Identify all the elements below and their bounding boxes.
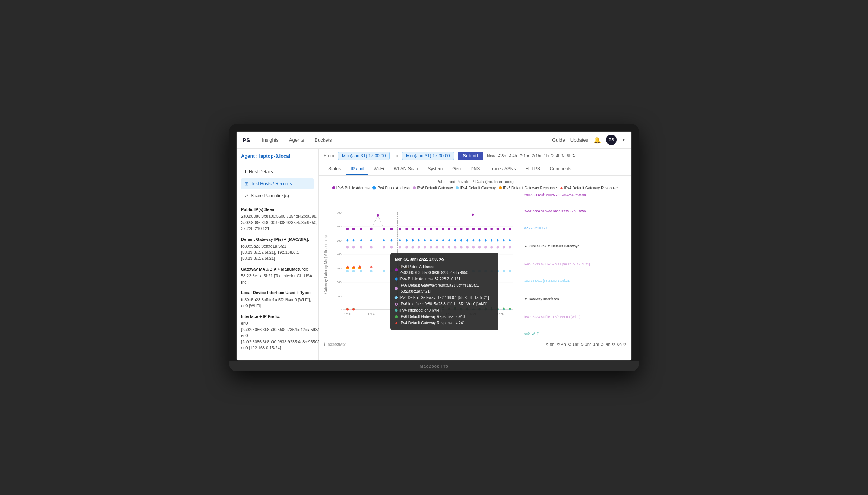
svg-point-91 [436,246,438,248]
interface-label: Interface + IP Prefix: [241,313,314,320]
svg-marker-61 [418,239,420,242]
svg-marker-56 [383,239,385,242]
svg-text:17:04: 17:04 [368,312,374,315]
svg-point-39 [442,228,444,230]
svg-point-42 [460,228,463,230]
interface-value: en0 [2a02:8086:3f:8a00:5500:7354:d42b:a5… [241,321,325,350]
svg-point-50 [509,228,511,230]
right-label-2: 37.228.210.121 [524,226,626,231]
right-label-4: fe80::5a23:8cff:fe1a:5f21 [58:23:8c:1a:5… [524,262,626,267]
svg-marker-66 [448,239,450,242]
from-date-picker[interactable]: Mon(Jan 31) 17:00:00 [338,152,390,160]
sidebar-item-host-details[interactable]: ℹ Host Details [241,166,314,177]
tab-system[interactable]: System [423,163,447,175]
tab-dns[interactable]: DNS [466,163,484,175]
bottom-1hr-back[interactable]: ⊙ 1hr [568,342,579,347]
legend-ipv4-response-triangle [560,187,563,189]
nav-item-insights[interactable]: Insights [257,136,283,144]
tab-geo[interactable]: Geo [448,163,465,175]
1hr-fwd-button[interactable]: 1hr ⊙ [544,153,554,158]
submit-button[interactable]: Submit [458,152,484,160]
svg-point-107 [370,270,373,272]
bottom-1hr[interactable]: ⊙ 1hr [580,342,591,347]
svg-text:100: 100 [337,294,341,298]
bottom-1hr-fwd[interactable]: 1hr ⊙ [593,342,604,347]
right-label-1: 2a02:8086:3f:8a00:9938:9235:4a8b:9650 [524,209,626,214]
laptop-brand-label: MacBook Pro [419,364,448,368]
svg-point-27 [360,228,362,230]
svg-point-33 [405,228,408,230]
right-label-8: en0 [Wi-Fi] [524,332,626,336]
svg-marker-169 [442,308,444,310]
svg-point-125 [490,270,493,272]
local-device-section: Local Device Interface Used + Type: fe80… [241,290,314,309]
tab-wlan-scan[interactable]: WLAN Scan [389,163,422,175]
nav-item-buckets[interactable]: Buckets [310,136,336,144]
top-nav: PS Insights Agents Buckets Guide Updates… [237,132,631,149]
svg-point-25 [346,228,349,230]
8h-fwd-button[interactable]: 8h ↻ [567,153,576,158]
svg-point-32 [399,228,401,230]
legend-ipv6-public-dot [332,186,335,189]
svg-text:17:00: 17:00 [344,312,351,315]
svg-marker-174 [472,308,475,310]
svg-point-110 [399,270,401,272]
svg-point-51 [472,213,474,216]
svg-marker-176 [484,308,487,310]
chart-title: Public and Private IP Data (Inc. Interfa… [324,179,626,184]
svg-point-43 [466,228,469,230]
interface-section: Interface + IP Prefix: en0 [2a02:8086:3f… [241,313,314,351]
guide-link[interactable]: Guide [552,137,565,143]
right-label-7: fe80::5a23:8cff:fe1a:5f21%en0 [Wi-Fi] [524,315,626,319]
svg-marker-162 [399,308,401,310]
bottom-4h-fwd[interactable]: 4h ↻ [606,342,615,347]
avatar[interactable]: PS [606,135,617,145]
fwd-icon: ⊙ [550,153,554,158]
bell-icon[interactable]: 🔔 [593,136,601,144]
to-date-picker[interactable]: Mon(Jan 31) 17:30:00 [402,152,454,160]
svg-point-48 [497,228,499,230]
svg-point-37 [430,228,433,230]
public-ips-value: 2a02:8086:3f:8a00:5500:7354:d42b:a598, 2… [241,214,317,231]
tab-wifi[interactable]: Wi-Fi [369,163,389,175]
svg-marker-60 [412,239,414,242]
8h-back-button[interactable]: ↺ 8h [497,153,506,158]
svg-point-117 [442,270,444,272]
svg-text:300: 300 [337,267,341,270]
svg-marker-63 [430,239,433,242]
bottom-4h-back[interactable]: ↺ 4h [557,342,566,347]
1hr-back-button[interactable]: ⊙ 1hr [519,153,529,158]
gateway-mac-label: Gateway MAC/BIA + Manufacturer: [241,266,314,272]
bottom-8h-fwd[interactable]: 8h ↻ [617,342,626,347]
bottom-8h-back[interactable]: ↺ 8h [545,342,554,347]
now-button[interactable]: Now [487,154,495,158]
svg-point-36 [424,228,426,230]
svg-point-108 [383,270,385,272]
agent-title: Agent : laptop-3.local [241,153,314,162]
tab-trace-asns[interactable]: Trace / ASNs [485,163,520,175]
tab-comments[interactable]: Comments [545,163,576,175]
svg-marker-179 [503,308,505,310]
tab-status[interactable]: Status [324,163,345,175]
svg-point-31 [390,228,393,230]
tab-ip-int[interactable]: IP / Int [346,163,368,175]
svg-marker-57 [390,239,393,242]
updates-link[interactable]: Updates [570,137,588,143]
legend-ipv6-gateway: IPv6 Default Gateway [413,186,453,190]
tab-https[interactable]: HTTPS [521,163,544,175]
time-controls: Now ↺ 8h ↺ 4h ⊙ 1hr ⊙ 1hr 1hr ⊙ 4h ↻ 8h … [487,153,576,158]
svg-point-103 [509,246,511,248]
nav-right: Guide Updates 🔔 PS ▼ [552,135,625,145]
sidebar-item-share-permalink[interactable]: ↗ Share Permalink(s) [241,190,314,201]
nav-item-agents[interactable]: Agents [285,136,308,144]
4h-fwd-button[interactable]: 4h ↻ [556,153,564,158]
4h-back-button[interactable]: ↺ 4h [508,153,517,158]
sidebar-item-test-hosts[interactable]: ⊞ Test Hosts / Records [241,178,314,189]
1hr-button[interactable]: ⊙ 1hr [532,153,542,158]
legend-ipv4-gateway-dot [456,186,459,189]
svg-text:17:26: 17:26 [497,312,503,315]
svg-point-47 [490,228,493,230]
svg-point-79 [346,246,349,248]
svg-point-109 [390,270,393,272]
svg-point-100 [490,246,493,248]
